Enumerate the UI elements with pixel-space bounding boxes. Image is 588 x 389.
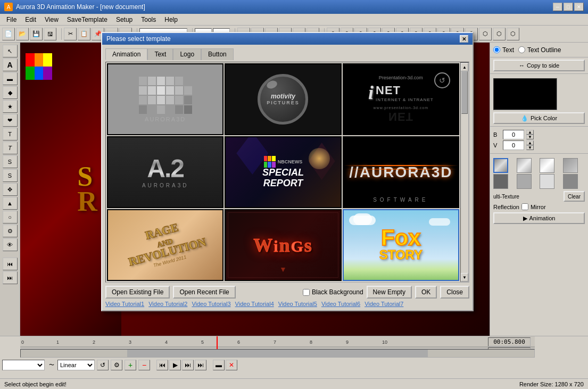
ok-button[interactable]: OK: [415, 286, 437, 299]
tab-logo[interactable]: Logo: [173, 48, 201, 60]
tool-circle[interactable]: ○: [3, 211, 18, 224]
text-outline-radio[interactable]: [518, 46, 525, 53]
tl-add[interactable]: +: [125, 360, 136, 370]
tex-4[interactable]: [563, 158, 578, 173]
tool-timeline2[interactable]: ⏭: [3, 271, 18, 284]
tool-shape8[interactable]: S: [3, 169, 18, 182]
text-radio[interactable]: [493, 46, 500, 53]
tutorial-5[interactable]: Video Tutorial5: [278, 301, 317, 307]
tool-shape1[interactable]: ▬: [3, 72, 18, 85]
tex-1[interactable]: [493, 158, 508, 173]
maximize-button[interactable]: □: [564, 3, 573, 11]
tool-tri[interactable]: ▲: [3, 197, 18, 210]
tutorial-4[interactable]: Video Tutorial4: [235, 301, 274, 307]
play-prev[interactable]: ⏮: [156, 360, 168, 370]
dialog-close-button[interactable]: ✕: [460, 35, 468, 43]
close-dialog-button[interactable]: Close: [440, 286, 469, 299]
tool-eye[interactable]: 👁: [3, 238, 18, 251]
animation-combo[interactable]: [2, 360, 45, 370]
play-next[interactable]: ⏭: [182, 360, 194, 370]
tool-shape7[interactable]: S: [3, 155, 18, 168]
menu-savetemplate[interactable]: SaveTemplate: [63, 15, 112, 24]
tex-2[interactable]: [517, 158, 532, 173]
tool-text[interactable]: A: [3, 59, 18, 71]
timeline-track[interactable]: [20, 349, 535, 358]
menu-edit[interactable]: Edit: [21, 15, 40, 24]
menu-tools[interactable]: Tools: [137, 15, 160, 24]
tl-reset[interactable]: ↺: [97, 360, 109, 370]
tool-settings[interactable]: ⚙: [3, 225, 18, 237]
template-fox[interactable]: Fox STORY: [343, 209, 459, 281]
v-up[interactable]: ▲: [526, 140, 534, 145]
tb-new[interactable]: 📄: [2, 28, 15, 40]
close-button[interactable]: ✕: [574, 3, 584, 11]
tool-select[interactable]: ↖: [3, 45, 18, 57]
tutorial-6[interactable]: Video Tutorial6: [321, 301, 360, 307]
tb-save[interactable]: 💾: [30, 28, 43, 40]
template-aurora-bar[interactable]: //AURORA3D SOFTWARE: [343, 136, 459, 208]
template-aurora-grid[interactable]: AURORA3D: [107, 63, 223, 135]
menu-file[interactable]: File: [2, 15, 21, 24]
template-aurora-chrome[interactable]: A.2 AURORA3D: [107, 136, 223, 208]
open-existing-button[interactable]: Open Existing File: [105, 286, 170, 299]
play-btn[interactable]: ▶: [169, 360, 181, 370]
scroll-down[interactable]: ▼: [461, 273, 468, 282]
play-end[interactable]: ⏭: [195, 360, 206, 370]
tb-open[interactable]: 📂: [16, 28, 29, 40]
template-nbc[interactable]: NBCNEWS SPECIALREPORT: [225, 136, 341, 208]
menu-setup[interactable]: Setup: [112, 15, 137, 24]
tl-settings[interactable]: ⚙: [111, 360, 122, 370]
view-close[interactable]: ✕: [226, 360, 237, 370]
copy-to-side-button[interactable]: ↔ Copy to side: [493, 60, 585, 71]
tool-shape5[interactable]: T: [3, 128, 18, 140]
tab-button[interactable]: Button: [201, 48, 234, 60]
tb-copy[interactable]: 📋: [78, 28, 90, 40]
open-recent-button[interactable]: Open Recent File: [173, 286, 235, 299]
pick-color-button[interactable]: 💧 Pick Color: [493, 112, 585, 124]
menu-view[interactable]: View: [40, 15, 63, 24]
view-box[interactable]: ▬: [213, 360, 225, 370]
tool-move[interactable]: ✥: [3, 183, 18, 196]
tex-5[interactable]: [493, 174, 508, 189]
template-inet[interactable]: Presentation-3d.com i NET INTERNET & INT…: [343, 63, 459, 135]
tutorial-1[interactable]: Video Tutorial1: [105, 301, 144, 307]
tb-3d14[interactable]: ⬡: [507, 28, 519, 40]
tb-save2[interactable]: 🖫: [44, 28, 56, 40]
reflection-checkbox[interactable]: [521, 203, 528, 210]
tutorial-3[interactable]: Video Tutorial3: [192, 301, 230, 307]
template-scrollbar[interactable]: ▲ ▼: [460, 62, 469, 282]
new-empty-button[interactable]: New Empty: [367, 286, 412, 299]
template-motivity[interactable]: motivity PICTURES: [225, 63, 341, 135]
tex-8[interactable]: [563, 174, 578, 189]
clear-button[interactable]: Clear: [564, 191, 585, 202]
black-bg-checkbox[interactable]: [303, 289, 310, 296]
b-down[interactable]: ▼: [526, 135, 534, 139]
scroll-thumb[interactable]: [461, 71, 468, 114]
tl-remove[interactable]: −: [138, 360, 150, 370]
tool-shape2[interactable]: ◆: [3, 86, 18, 99]
tutorial-2[interactable]: Video Tutorial2: [148, 301, 187, 307]
tb-cut[interactable]: ✂: [64, 28, 77, 40]
b-value[interactable]: 0: [503, 130, 524, 139]
tool-shape4[interactable]: ❤: [3, 114, 18, 127]
tool-timeline1[interactable]: ⏮: [3, 258, 18, 270]
tex-6[interactable]: [517, 174, 532, 189]
template-dialog[interactable]: Please select template ✕ Animation Text …: [101, 32, 474, 311]
tex-3[interactable]: [540, 158, 554, 173]
v-down[interactable]: ▼: [526, 145, 534, 150]
tex-7[interactable]: [540, 174, 554, 189]
scroll-up[interactable]: ▲: [461, 63, 468, 71]
minimize-button[interactable]: ─: [553, 3, 562, 11]
linear-combo[interactable]: Linear: [57, 360, 95, 370]
tab-animation[interactable]: Animation: [105, 48, 147, 60]
tab-text[interactable]: Text: [147, 48, 173, 60]
tool-shape6[interactable]: T: [3, 142, 18, 154]
v-value[interactable]: 0: [503, 140, 524, 150]
tool-shape3[interactable]: ★: [3, 100, 18, 113]
b-up[interactable]: ▲: [526, 130, 534, 135]
animation-button[interactable]: ▶ Animation: [493, 212, 585, 224]
template-rage[interactable]: RAGEANDREVOLUTION The World 2011: [107, 209, 223, 281]
tb-3d13[interactable]: ⬡: [493, 28, 506, 40]
tutorial-7[interactable]: Video Tutorial7: [365, 301, 403, 307]
tb-3d12[interactable]: ⬡: [479, 28, 492, 40]
